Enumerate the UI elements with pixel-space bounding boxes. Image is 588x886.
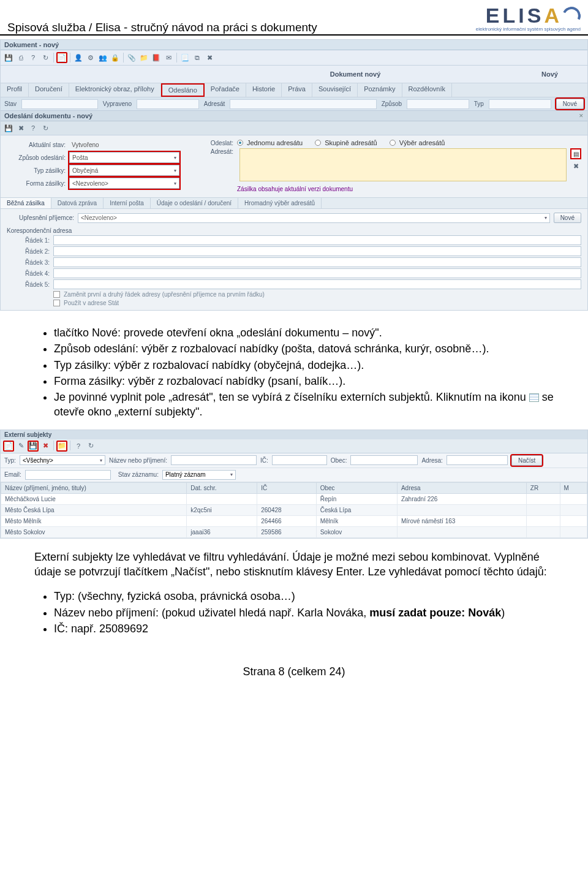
copy-icon[interactable]: ⧉ xyxy=(192,52,203,63)
typ-select[interactable]: <Všechny>▾ xyxy=(20,455,105,465)
panel-save-icon[interactable]: 💾 xyxy=(3,123,14,134)
adresat-box[interactable] xyxy=(239,148,567,181)
tab-prava[interactable]: Práva xyxy=(282,83,312,97)
swoosh-icon xyxy=(560,4,583,27)
sub-tabs: Běžná zásilka Datová zpráva Interní pošt… xyxy=(1,197,587,209)
tab-doruceni[interactable]: Doručení xyxy=(29,83,69,97)
ext-edit-icon[interactable]: ✎ xyxy=(15,441,26,452)
doc-title-bar: Dokument nový Nový xyxy=(1,66,587,83)
bullet: tlačítko Nové: provede otevření okna „od… xyxy=(54,325,554,340)
tab-historie[interactable]: Historie xyxy=(246,83,282,97)
tab-eobraz[interactable]: Elektronický obraz, přílohy xyxy=(69,83,161,97)
typ-field[interactable] xyxy=(489,99,551,109)
refresh-icon[interactable]: ↻ xyxy=(40,52,51,63)
table-row[interactable]: Město Sokolovjaaai36259586Sokolov xyxy=(1,526,587,537)
clip-icon[interactable]: 📎 xyxy=(126,52,137,63)
radek1-input[interactable] xyxy=(53,235,581,245)
stav-zaznamu-select[interactable]: Platný záznam▾ xyxy=(162,470,236,480)
subtab-hromadny[interactable]: Hromadný výběr adresátů xyxy=(238,198,322,208)
stav-field[interactable] xyxy=(21,99,98,109)
save-icon[interactable]: 💾 xyxy=(3,52,14,63)
panel-odeslani: Odeslání dokumentu - nový✕ 💾 ✖ ? ↻ Aktuá… xyxy=(1,111,587,310)
chk-zamenit[interactable] xyxy=(53,291,60,298)
bullet: Je povinné vyplnit pole „adresát", ten s… xyxy=(54,390,554,420)
zpusob-odeslani-select[interactable]: Pošta▾ xyxy=(69,152,179,163)
upresneni-nove-button[interactable]: Nové xyxy=(554,213,581,223)
ext-toolbar: 📄 ✎ 💾 ✖ 📁 ? ↻ xyxy=(1,439,587,453)
subtab-udaje[interactable]: Údaje o odeslání / doručení xyxy=(151,198,238,208)
ext-new-icon[interactable]: 📄 xyxy=(3,441,14,452)
typ-zasilky-select[interactable]: Obyčejná▾ xyxy=(69,165,179,176)
tab-souvisejici[interactable]: Související xyxy=(312,83,358,97)
table-row[interactable]: Město Mělník264466MělníkMírové náměstí 1… xyxy=(1,515,587,526)
radio-skupine[interactable] xyxy=(315,140,321,146)
tab-odeslano[interactable]: Odesláno xyxy=(161,83,205,97)
adresat-field[interactable] xyxy=(230,99,376,109)
ext-subjects-button[interactable]: ▤ xyxy=(570,148,581,159)
help-icon[interactable]: ? xyxy=(28,52,39,63)
mail-icon[interactable]: ✉ xyxy=(163,52,174,63)
zpusob-field[interactable] xyxy=(407,99,469,109)
nacist-button[interactable]: Načíst xyxy=(511,455,542,466)
users-icon[interactable]: 👥 xyxy=(97,52,108,63)
logo: ELISA elektronický informační systém spi… xyxy=(476,4,581,32)
close-icon[interactable]: ✕ xyxy=(579,112,584,119)
table-row[interactable]: Měcháčková LucieŘepínZahradní 226 xyxy=(1,493,587,504)
ext-grid: Název (příjmení, jméno, tituly) Dat. sch… xyxy=(1,482,587,538)
radek4-input[interactable] xyxy=(53,268,581,278)
page-footer: Strana 8 (celkem 24) xyxy=(0,641,588,678)
page-header: Spisová služba / Elisa - stručný návod n… xyxy=(0,0,588,36)
bullet: IČ: např. 25089692 xyxy=(54,621,554,636)
doc-title: Spisová služba / Elisa - stručný návod n… xyxy=(7,4,317,34)
chk-stat[interactable] xyxy=(53,300,60,306)
radio-jednomu[interactable] xyxy=(237,140,243,146)
email-input[interactable] xyxy=(25,470,111,480)
tab-poznamky[interactable]: Poznámky xyxy=(358,83,402,97)
tab-rozdelovnik[interactable]: Rozdělovník xyxy=(402,83,453,97)
subtab-interni[interactable]: Interní pošta xyxy=(104,198,151,208)
tab-profil[interactable]: Profil xyxy=(1,83,29,97)
bullets-2: Typ: (všechny, fyzická osoba, právnická … xyxy=(0,583,588,641)
delete-icon[interactable]: ✖ xyxy=(204,52,215,63)
ic-input[interactable] xyxy=(272,455,327,465)
highlighted-icon[interactable]: 📄 xyxy=(56,52,67,63)
lock-icon[interactable]: 🔒 xyxy=(110,52,121,63)
main-tabs: Profil Doručení Elektronický obraz, příl… xyxy=(1,83,587,97)
ext-refresh-icon[interactable]: ↻ xyxy=(85,441,96,452)
ext-save-icon[interactable]: 💾 xyxy=(28,441,39,452)
sub-filter-bar: Stav Vypraveno Adresát Způsob Typ Nové xyxy=(1,97,587,111)
folder-icon[interactable]: 📁 xyxy=(138,52,149,63)
radio-vyber[interactable] xyxy=(390,140,396,146)
sheet-icon[interactable]: 📃 xyxy=(179,52,190,63)
doc-mid-label: Dokument nový xyxy=(238,70,472,78)
obec-input[interactable] xyxy=(350,455,418,465)
tab-poradace[interactable]: Pořadače xyxy=(205,83,246,97)
panel-refresh-icon[interactable]: ↻ xyxy=(40,123,51,134)
adresa-input[interactable] xyxy=(447,455,508,465)
bullet: Typ: (všechny, fyzická osoba, právnická … xyxy=(54,589,554,604)
radek5-input[interactable] xyxy=(53,279,581,289)
gear-icon[interactable]: ⚙ xyxy=(85,52,96,63)
panel-close-icon[interactable]: ✖ xyxy=(15,123,26,134)
screenshot-externi-subjekty: Externí subjekty 📄 ✎ 💾 ✖ 📁 ? ↻ Typ: <Vše… xyxy=(0,430,588,539)
panel-help-icon[interactable]: ? xyxy=(28,123,39,134)
vypraveno-field[interactable] xyxy=(137,99,199,109)
para-2: Externí subjekty lze vyhledávat ve filtr… xyxy=(0,543,588,583)
nazev-input[interactable] xyxy=(171,455,257,465)
bullet: Forma zásilky: výběr z rozbalovací nabíd… xyxy=(54,374,554,388)
ext-folder-icon[interactable]: 📁 xyxy=(56,441,67,452)
radek2-input[interactable] xyxy=(53,246,581,256)
forma-zasilky-select[interactable]: <Nezvoleno>▾ xyxy=(69,178,179,189)
nove-button[interactable]: Nové xyxy=(556,99,584,109)
user-icon[interactable]: 👤 xyxy=(73,52,84,63)
book-icon[interactable]: 📕 xyxy=(151,52,162,63)
radek3-input[interactable] xyxy=(53,257,581,267)
subtab-bezna[interactable]: Běžná zásilka xyxy=(1,198,51,208)
upresneni-select[interactable]: <Nezvoleno>▾ xyxy=(78,213,550,223)
ext-del-icon[interactable]: ✖ xyxy=(40,441,51,452)
clear-icon[interactable]: ✖ xyxy=(570,161,581,172)
table-row[interactable]: Město Česká Lípak2qc5ni260428Česká Lípa xyxy=(1,504,587,515)
print-icon[interactable]: ⎙ xyxy=(15,52,26,63)
ext-help-icon[interactable]: ? xyxy=(73,441,84,452)
subtab-datova[interactable]: Datová zpráva xyxy=(51,198,104,208)
